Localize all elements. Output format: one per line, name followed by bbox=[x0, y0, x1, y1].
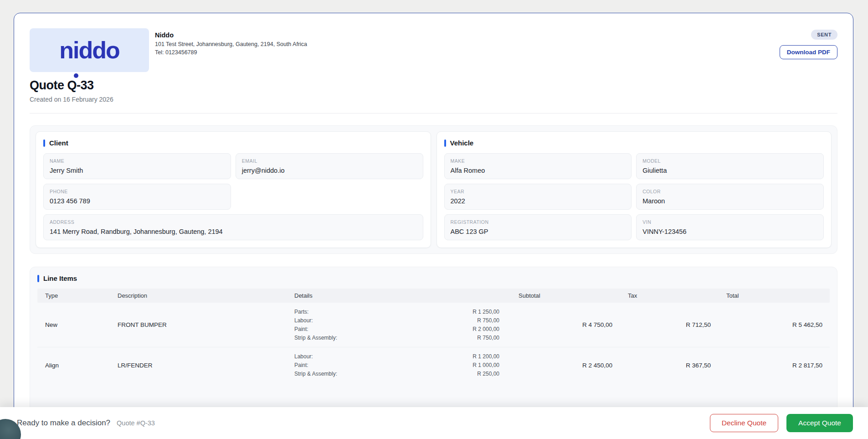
vehicle-model-field: MODEL Giulietta bbox=[636, 153, 824, 179]
client-card: Client NAME Jerry Smith EMAIL jerry@nidd… bbox=[36, 131, 431, 248]
item-tax: R 367,50 bbox=[616, 362, 714, 369]
vehicle-fields: MAKE Alfa Romeo MODEL Giulietta YEAR 202… bbox=[444, 153, 824, 240]
page-title: Quote Q-33 bbox=[30, 78, 837, 93]
decision-bar: Ready to make a decision? Quote #Q-33 De… bbox=[0, 407, 868, 439]
item-total: R 2 817,50 bbox=[714, 362, 830, 369]
vehicle-vin-field: VIN VINNY-123456 bbox=[636, 214, 824, 240]
table-header-row: Type Description Details Subtotal Tax To… bbox=[37, 289, 830, 303]
header: niddo Niddo 101 Test Street, Johannesbur… bbox=[30, 28, 837, 72]
vehicle-color-field: COLOR Maroon bbox=[636, 184, 824, 210]
item-details: Parts: R 1 250,00 Labour: R 750,00 Paint… bbox=[294, 309, 507, 341]
section-accent-bar-icon bbox=[444, 139, 446, 147]
quote-card: niddo Niddo 101 Test Street, Johannesbur… bbox=[14, 13, 853, 439]
detail-line: Paint: R 2 000,00 bbox=[294, 326, 499, 332]
vehicle-year-field: YEAR 2022 bbox=[444, 184, 632, 210]
item-total: R 5 462,50 bbox=[714, 321, 830, 328]
client-heading: Client bbox=[43, 139, 423, 147]
column-header-total: Total bbox=[714, 292, 830, 299]
item-subtotal: R 2 450,00 bbox=[507, 362, 616, 369]
table-row: Align LR/FENDER Labour: R 1 200,00 Paint… bbox=[37, 347, 830, 383]
column-header-details: Details bbox=[294, 292, 507, 299]
company-address: 101 Test Street, Johannesburg, Gauteng, … bbox=[155, 41, 307, 47]
logo-dot-icon bbox=[74, 73, 78, 78]
item-subtotal: R 4 750,00 bbox=[507, 321, 616, 328]
item-type: New bbox=[37, 321, 118, 328]
download-pdf-button[interactable]: Download PDF bbox=[780, 45, 837, 59]
vehicle-make-field: MAKE Alfa Romeo bbox=[444, 153, 632, 179]
accept-quote-button[interactable]: Accept Quote bbox=[786, 414, 853, 432]
quote-page: niddo Niddo 101 Test Street, Johannesbur… bbox=[0, 0, 868, 439]
detail-line: Labour: R 1 200,00 bbox=[294, 353, 499, 360]
decision-actions: Decline Quote Accept Quote bbox=[710, 414, 853, 432]
quote-reference: Quote #Q-33 bbox=[117, 419, 155, 427]
company-logo: niddo bbox=[30, 28, 149, 72]
client-name-field: NAME Jerry Smith bbox=[43, 153, 231, 179]
item-details: Labour: R 1 200,00 Paint: R 1 000,00 Str… bbox=[294, 353, 507, 377]
column-header-description: Description bbox=[118, 292, 294, 299]
section-accent-bar-icon bbox=[37, 275, 39, 282]
detail-line: Strip & Assembly: R 750,00 bbox=[294, 335, 499, 341]
client-fields: NAME Jerry Smith EMAIL jerry@niddo.io PH… bbox=[43, 153, 423, 240]
company-name: Niddo bbox=[155, 31, 307, 39]
column-header-subtotal: Subtotal bbox=[507, 292, 616, 299]
detail-line: Labour: R 750,00 bbox=[294, 317, 499, 324]
header-actions: SENT Download PDF bbox=[780, 28, 837, 59]
status-badge: SENT bbox=[811, 30, 837, 40]
vehicle-heading: Vehicle bbox=[444, 139, 824, 147]
section-accent-bar-icon bbox=[43, 139, 45, 147]
line-items-heading: Line Items bbox=[37, 274, 830, 282]
logo-text: niddo bbox=[59, 38, 119, 62]
vehicle-card: Vehicle MAKE Alfa Romeo MODEL Giulietta … bbox=[437, 131, 832, 248]
vehicle-registration-field: REGISTRATION ABC 123 GP bbox=[444, 214, 632, 240]
line-items-table: Type Description Details Subtotal Tax To… bbox=[37, 289, 830, 383]
table-row: New FRONT BUMPER Parts: R 1 250,00 Labou… bbox=[37, 303, 830, 347]
decision-prompt: Ready to make a decision? bbox=[17, 418, 110, 428]
detail-line: Parts: R 1 250,00 bbox=[294, 309, 499, 315]
item-description: LR/FENDER bbox=[118, 362, 294, 369]
company-info: Niddo 101 Test Street, Johannesburg, Gau… bbox=[155, 28, 307, 56]
client-phone-field: PHONE 0123 456 789 bbox=[43, 184, 231, 210]
detail-line: Strip & Assembly: R 250,00 bbox=[294, 371, 499, 377]
client-email-field: EMAIL jerry@niddo.io bbox=[236, 153, 423, 179]
item-description: FRONT BUMPER bbox=[118, 321, 294, 328]
column-header-type: Type bbox=[37, 292, 118, 299]
created-date: Created on 16 February 2026 bbox=[30, 96, 837, 103]
company-phone: Tel: 0123456789 bbox=[155, 49, 307, 56]
column-header-tax: Tax bbox=[616, 292, 714, 299]
detail-line: Paint: R 1 000,00 bbox=[294, 362, 499, 368]
decline-quote-button[interactable]: Decline Quote bbox=[710, 414, 778, 432]
header-divider bbox=[30, 113, 837, 114]
item-tax: R 712,50 bbox=[616, 321, 714, 328]
client-address-field: ADDRESS 141 Merry Road, Randburg, Johann… bbox=[43, 214, 423, 240]
client-vehicle-panel: Client NAME Jerry Smith EMAIL jerry@nidd… bbox=[30, 125, 837, 254]
item-type: Align bbox=[37, 362, 118, 369]
